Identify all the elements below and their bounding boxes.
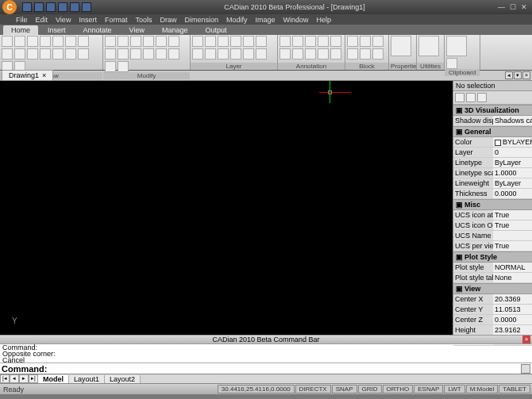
tool-icon[interactable] (78, 48, 89, 59)
tool-icon[interactable] (40, 48, 51, 59)
commandbar-close-icon[interactable]: × (522, 336, 530, 343)
tool-icon[interactable] (14, 36, 25, 47)
tool-icon[interactable] (305, 36, 316, 47)
qat-redo-icon[interactable] (70, 2, 79, 12)
tool-icon[interactable] (130, 36, 141, 47)
layout-last-icon[interactable]: ▸| (29, 374, 38, 383)
prop-row[interactable]: UCS per viewpoTrue (453, 241, 532, 251)
command-input[interactable] (47, 364, 521, 374)
tool-icon[interactable] (168, 48, 179, 59)
tool-icon[interactable] (27, 48, 38, 59)
tool-icon[interactable] (243, 36, 254, 47)
tool-icon[interactable] (318, 36, 329, 47)
prop-value[interactable]: BYLAYER (493, 137, 532, 147)
layout-first-icon[interactable]: |◂ (0, 374, 10, 383)
prop-row[interactable]: Plot style tableNone (453, 273, 532, 283)
tool-icon[interactable] (360, 36, 371, 47)
tool-icon[interactable] (105, 36, 116, 47)
prop-value[interactable]: 1.0000 (493, 168, 532, 178)
prop-row[interactable]: Linetype scale1.0000 (453, 168, 532, 178)
properties-icon[interactable] (391, 36, 411, 56)
tab-output[interactable]: Output (197, 25, 234, 35)
prop-value[interactable]: 0 (493, 148, 532, 157)
prop-row[interactable]: Center Y11.0513 (453, 305, 532, 315)
paste-icon[interactable] (446, 36, 467, 56)
copy-icon[interactable] (446, 58, 457, 69)
tool-icon[interactable] (130, 48, 141, 59)
tab-home[interactable]: Home (3, 25, 38, 35)
menu-format[interactable]: Format (105, 16, 128, 24)
tool-icon[interactable] (78, 36, 89, 47)
prop-value[interactable]: ByLayer (493, 158, 532, 167)
prop-section-header[interactable]: ▣ General (453, 126, 532, 137)
pp-select-icon[interactable] (477, 93, 487, 102)
panel-close-icon[interactable]: × (522, 71, 530, 79)
tool-icon[interactable] (143, 36, 154, 47)
menu-view[interactable]: View (56, 16, 71, 24)
prop-value[interactable]: NORMAL (493, 263, 532, 272)
tool-icon[interactable] (14, 48, 25, 59)
tool-icon[interactable] (65, 36, 76, 47)
tool-icon[interactable] (256, 48, 267, 59)
menu-tools[interactable]: Tools (135, 16, 152, 24)
prop-value[interactable]: 11.0513 (493, 305, 532, 314)
tool-icon[interactable] (330, 36, 341, 47)
tool-icon[interactable] (118, 36, 129, 47)
prop-row[interactable]: LineweightByLayer (453, 178, 532, 189)
prop-row[interactable]: Plot styleNORMAL (453, 263, 532, 273)
tool-icon[interactable] (156, 36, 167, 47)
tool-icon[interactable] (118, 61, 129, 72)
document-tab[interactable]: Drawing1 × (2, 70, 53, 81)
prop-value[interactable]: 23.9162 (493, 325, 532, 335)
prop-row[interactable]: LinetypeByLayer (453, 158, 532, 168)
pp-pick-icon[interactable] (466, 93, 476, 102)
document-tab-close-icon[interactable]: × (42, 71, 46, 79)
tool-icon[interactable] (218, 48, 229, 59)
layout-next-icon[interactable]: ▸ (19, 374, 29, 383)
close-button[interactable]: ✕ (521, 3, 527, 11)
prop-row[interactable]: UCS Name (453, 231, 532, 241)
menu-image[interactable]: Image (256, 16, 276, 24)
status-model[interactable]: M:Model (466, 385, 499, 393)
tool-icon[interactable] (292, 36, 303, 47)
tab-insert[interactable]: Insert (40, 25, 74, 35)
tool-icon[interactable] (105, 48, 116, 59)
tool-icon[interactable] (40, 36, 51, 47)
menu-edit[interactable]: Edit (36, 16, 48, 24)
tool-icon[interactable] (318, 48, 329, 59)
prop-row[interactable]: Layer0 (453, 148, 532, 158)
tool-icon[interactable] (143, 48, 154, 59)
status-tablet[interactable]: TABLET (499, 385, 530, 393)
tool-icon[interactable] (118, 48, 129, 59)
qat-print-icon[interactable] (82, 2, 91, 12)
tool-icon[interactable] (27, 36, 38, 47)
properties-header[interactable]: No selection (453, 81, 532, 91)
tool-icon[interactable] (230, 48, 241, 59)
prop-value[interactable] (493, 231, 532, 240)
layout-prev-icon[interactable]: ◂ (10, 374, 19, 383)
drawing-canvas[interactable]: Y (0, 81, 453, 335)
tool-icon[interactable] (65, 48, 76, 59)
tool-icon[interactable] (192, 36, 203, 47)
prop-section-header[interactable]: ▣ Plot Style (453, 251, 532, 263)
minimize-button[interactable]: — (498, 3, 505, 11)
menu-window[interactable]: Window (283, 16, 309, 24)
tool-icon[interactable] (168, 36, 179, 47)
prop-value[interactable]: True (493, 221, 532, 230)
prop-value[interactable]: None (493, 273, 532, 282)
tool-icon[interactable] (2, 36, 13, 47)
maximize-button[interactable]: ☐ (510, 3, 516, 11)
tab-annotate[interactable]: Annotate (75, 25, 120, 35)
utilities-icon[interactable] (418, 36, 439, 56)
prop-value[interactable]: True (493, 241, 532, 251)
pp-toggle-icon[interactable] (455, 93, 465, 102)
tool-icon[interactable] (52, 36, 64, 47)
status-directx[interactable]: DIRECTX (295, 385, 331, 393)
panel-down-icon[interactable]: ▾ (514, 71, 522, 79)
tool-icon[interactable] (372, 36, 384, 47)
prop-row[interactable]: Center X20.3369 (453, 294, 532, 305)
tab-manage[interactable]: Manage (154, 25, 196, 35)
status-snap[interactable]: SNAP (332, 385, 357, 393)
menu-insert[interactable]: Insert (79, 16, 97, 24)
status-esnap[interactable]: ESNAP (414, 385, 443, 393)
